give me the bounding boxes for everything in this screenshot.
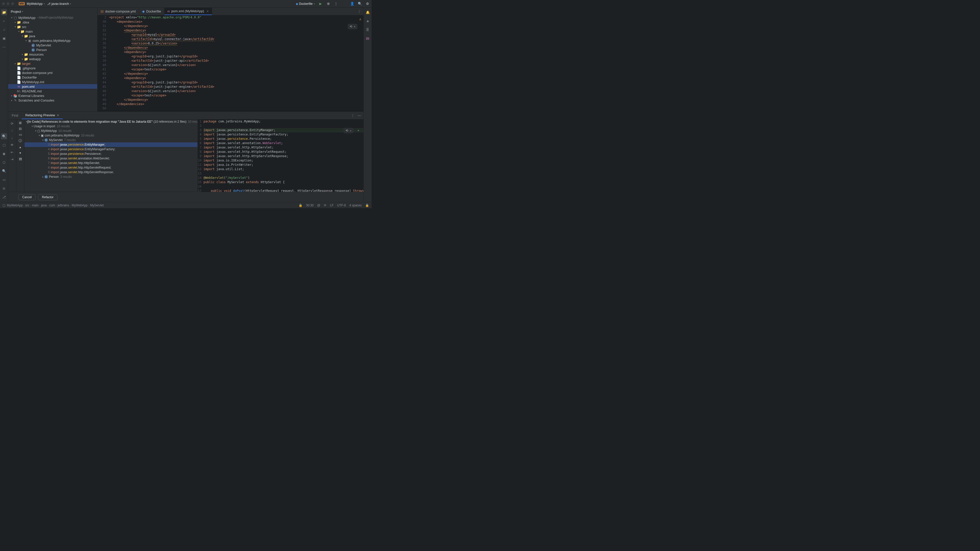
usage-row[interactable]: 6 import javax.servlet.annotation.WebSer… (24, 156, 197, 161)
tree-row[interactable]: ▾📁java (8, 34, 97, 38)
usage-row[interactable]: ▸CPerson3 results (24, 175, 197, 179)
usage-row[interactable]: ▾▢MyWebApp10 results (24, 129, 197, 133)
sync-status-icon[interactable]: ⟳ (324, 203, 326, 207)
tree-row[interactable]: ▸📁webapp (8, 57, 97, 61)
import-icon[interactable]: ⇥ (10, 157, 15, 162)
readonly-toggle-icon[interactable]: 🔒 (365, 203, 369, 207)
usage-row[interactable]: ▾CMyServlet7 results (24, 138, 197, 142)
tree-row[interactable]: M↓README.md (8, 89, 97, 94)
export-icon[interactable]: ⇤ (10, 149, 15, 155)
problems-tool-button[interactable]: ⊘ (1, 185, 7, 191)
minimize-icon[interactable]: — (358, 114, 361, 118)
build-tool-button[interactable]: ▭ (1, 176, 7, 183)
commit-tool-button[interactable]: ○ (1, 18, 7, 24)
more-actions-button[interactable]: ⋮ (334, 2, 338, 6)
window-controls[interactable] (2, 2, 14, 5)
next-occurrence-icon[interactable]: ↓ (10, 135, 15, 140)
tree-row[interactable]: mpom.xml (8, 84, 97, 89)
project-selector[interactable]: MyWebApp▾ (27, 2, 45, 6)
close-icon[interactable]: × (207, 9, 208, 13)
usage-preview-icon[interactable]: ⓘ (19, 138, 22, 143)
tree-row[interactable]: ▸📁resources (8, 52, 97, 57)
breadcrumb-item[interactable]: MyWebApp (72, 203, 88, 207)
editor-tab[interactable]: ▤docker-compose.yml (97, 8, 139, 15)
breadcrumb-item[interactable]: jetbrains (58, 203, 69, 207)
breadcrumb-item[interactable]: main (32, 203, 38, 207)
tree-row[interactable]: CPerson (8, 48, 97, 52)
group-by-icon[interactable]: ▭ (19, 133, 22, 137)
usage-row[interactable]: 5 import javax.persistence.Persistence; (24, 151, 197, 156)
usage-row[interactable]: 3 import javax.persistence.EntityManager… (24, 142, 197, 147)
breadcrumb-item[interactable]: src (25, 203, 29, 207)
power-save-icon[interactable]: 🔒 (299, 203, 302, 207)
close-icon[interactable]: ✕ (350, 129, 352, 132)
project-tree[interactable]: ▾▢MyWebApp~/IdeaProjects/MyWebApp▸📁.idea… (8, 15, 97, 111)
settings-icon[interactable]: ⚙ (366, 2, 369, 6)
breadcrumb-item[interactable]: java (41, 203, 47, 207)
editor[interactable]: 2303132333435363738394041424344454647484… (97, 15, 363, 111)
pull-requests-button[interactable]: ⑁ (1, 27, 7, 33)
usage-row[interactable]: 9 import javax.servlet.http.HttpServletR… (24, 170, 197, 175)
endpoints-tool-button[interactable]: 🔍 (1, 168, 7, 174)
close-icon[interactable]: ✕ (57, 114, 59, 117)
close-icon[interactable]: ✕ (354, 25, 355, 28)
usage-row[interactable]: ▾▣com.jetbrains.MyWebApp10 results (24, 133, 197, 138)
filter-down-icon[interactable]: ▾ (19, 151, 21, 155)
tool-options-icon[interactable]: ⋮ (351, 114, 355, 118)
tree-row[interactable]: ▾📁main (8, 29, 97, 34)
run-button[interactable]: ▶ (318, 2, 323, 6)
more-tools-button[interactable]: ⋯ (1, 44, 7, 50)
ai-status-icon[interactable]: @ (317, 203, 320, 207)
project-tool-button[interactable]: 📁 (1, 9, 7, 15)
prev-occurrence-icon[interactable]: ↑ (10, 128, 15, 133)
tab-refactoring-preview[interactable]: Refactoring Preview ✕ (22, 112, 62, 119)
breadcrumb-item[interactable]: MyServlet (90, 203, 103, 207)
cancel-button[interactable]: Cancel (18, 194, 35, 200)
reader-mode-widget[interactable]: ⟲ ✕ (344, 128, 353, 133)
tree-row[interactable]: ▾▣com.jetbrains.MyWebApp (8, 38, 97, 43)
remove-icon[interactable]: ▤ (19, 157, 22, 161)
usage-row[interactable]: 4 import javax.persistence.EntityManager… (24, 147, 197, 151)
ai-assistant-icon[interactable]: ◈ (365, 18, 371, 24)
tree-row[interactable]: ▾📁src (8, 24, 97, 29)
line-separator[interactable]: LF (330, 203, 334, 207)
search-icon[interactable]: 🔍 (358, 2, 362, 6)
maven-tool-icon[interactable]: m (365, 35, 371, 41)
find-tool-button[interactable]: 🔍 (1, 133, 7, 139)
collapse-all-icon[interactable]: ⊟ (19, 127, 22, 130)
debug-button[interactable]: ⬢ (326, 2, 330, 6)
code-with-me-icon[interactable]: 👤 (350, 2, 354, 6)
indent-status[interactable]: 4 spaces (349, 203, 362, 207)
breadcrumb-item[interactable]: MyWebApp (7, 203, 23, 207)
usage-tree-title[interactable]: ▾ [In Code] References in code to elemen… (24, 119, 197, 124)
expand-all-icon[interactable]: ⊞ (19, 121, 22, 125)
tree-row[interactable]: 📄.gitignore (8, 66, 97, 70)
tree-row[interactable]: 📄Dockerfile (8, 75, 97, 79)
database-icon[interactable]: 🗄 (365, 27, 371, 33)
usage-row[interactable]: 8 import javax.servlet.http.HttpServletR… (24, 165, 197, 170)
reader-mode-widget[interactable]: ⟲ ✕ (348, 24, 357, 29)
run-config-selector[interactable]: ◆ Dockerfile▾ (296, 2, 315, 6)
tab-overflow-icon[interactable]: ⋮ (355, 8, 363, 15)
tree-row[interactable]: ▸📁target (8, 61, 97, 66)
breadcrumbs[interactable]: MyWebApp › src › main › java › com › jet… (7, 203, 103, 207)
tree-row[interactable]: ▾▢MyWebApp~/IdeaProjects/MyWebApp (8, 15, 97, 20)
close-icon[interactable]: ✕ (358, 129, 360, 132)
tree-row[interactable]: ▸📚External Libraries (8, 94, 97, 98)
refactoring-usage-tree[interactable]: ▾ [In Code] References in code to elemen… (24, 119, 197, 192)
inspection-warning-icon[interactable]: ⚠ (360, 17, 361, 21)
usage-row[interactable]: ▾Usage in import10 results (24, 124, 197, 129)
editor-code[interactable]: <project xmlns="http://maven.apache.org/… (109, 15, 363, 111)
tab-find[interactable]: Find (8, 112, 22, 119)
services-tool-button[interactable]: ◉ (1, 151, 7, 157)
editor-tab[interactable]: mpom.xml (MyWebApp)× (164, 8, 212, 15)
editor-tab[interactable]: ◆Dockerfile (139, 8, 164, 15)
caret-position[interactable]: 30:30 (306, 203, 313, 207)
dependencies-tool-button[interactable]: ⬡ (1, 159, 7, 165)
tree-row[interactable]: CMyServlet (8, 43, 97, 48)
vcs-branch[interactable]: ⎇ javax-branch▾ (47, 2, 72, 6)
usage-preview-editor[interactable]: 12345678910111213141516171819 package co… (197, 119, 363, 192)
file-encoding[interactable]: UTF-8 (337, 203, 346, 207)
tree-row[interactable]: 📄MyWebApp.iml (8, 79, 97, 84)
usage-row[interactable]: 7 import javax.servlet.http.HttpServlet; (24, 161, 197, 165)
